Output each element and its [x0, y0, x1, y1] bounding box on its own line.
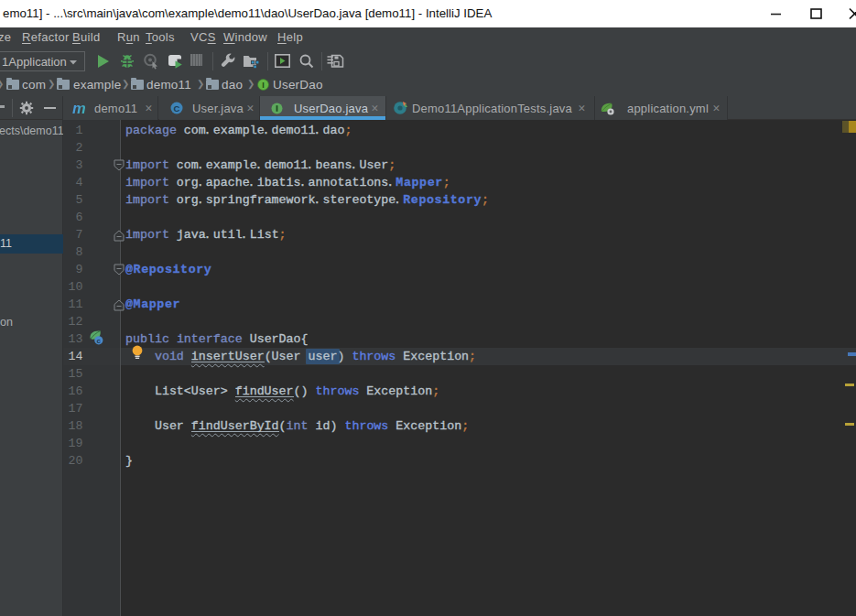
svg-text:C: C: [174, 103, 180, 113]
svg-text:I: I: [262, 81, 265, 90]
svg-text:c: c: [97, 337, 102, 345]
